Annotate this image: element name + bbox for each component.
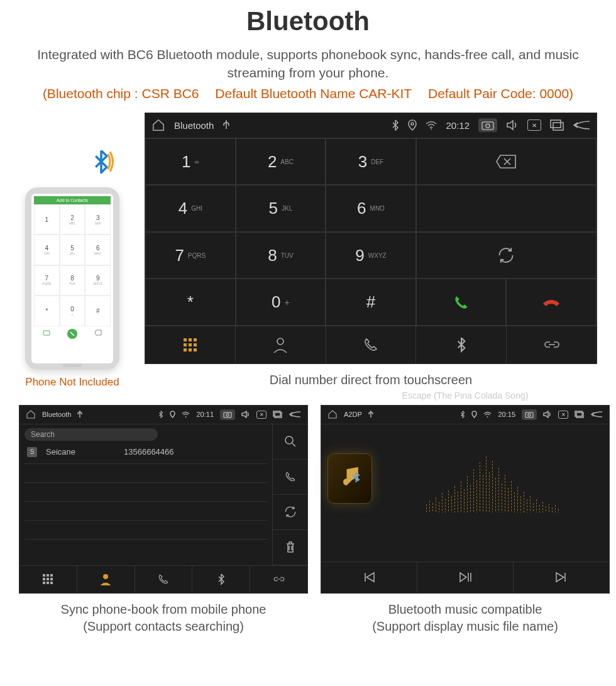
call-button[interactable] — [273, 460, 307, 495]
svg-point-10 — [226, 414, 229, 416]
nav-recent[interactable] — [326, 326, 417, 363]
call-button[interactable] — [416, 279, 507, 326]
empty-row — [25, 464, 267, 483]
status-bar: Bluetooth 20:11 ✕ — [19, 406, 307, 424]
nav-contacts[interactable] — [77, 566, 135, 593]
dial-key-3[interactable]: 3DEF — [326, 138, 416, 185]
visualizer — [382, 456, 603, 512]
album-art — [327, 453, 372, 504]
call-icon — [67, 329, 77, 339]
phone-mockup: Add to Contacts 1 2ABC 3DEF 4GHI 5JKL 6M… — [25, 187, 119, 370]
close-screen-icon[interactable]: ✕ — [558, 411, 568, 419]
svg-rect-5 — [553, 123, 563, 130]
location-icon — [170, 411, 175, 418]
phone-icon — [158, 573, 169, 585]
nav-dialpad[interactable] — [145, 326, 236, 363]
recent-apps-icon[interactable] — [575, 411, 584, 418]
location-icon — [471, 411, 477, 418]
svg-point-8 — [185, 416, 187, 418]
dial-key-4[interactable]: 4GHI — [145, 185, 236, 232]
back-icon[interactable] — [590, 411, 603, 418]
back-icon[interactable] — [289, 411, 301, 418]
link-icon — [543, 338, 561, 351]
dial-key-2[interactable]: 2ABC — [236, 138, 326, 185]
backspace-icon — [94, 329, 102, 336]
empty-row — [25, 483, 267, 502]
previous-icon — [363, 571, 375, 584]
link-icon — [272, 575, 286, 584]
nav-link[interactable] — [507, 326, 597, 363]
screenshot-button[interactable] — [478, 118, 497, 132]
play-pause-button[interactable] — [417, 562, 514, 593]
dial-key-6[interactable]: 6MNO — [326, 185, 416, 232]
volume-icon[interactable] — [506, 119, 519, 131]
svg-rect-3 — [482, 122, 493, 130]
hangup-button[interactable] — [506, 279, 597, 326]
empty-row — [25, 521, 267, 539]
dial-key-star[interactable]: * — [145, 279, 236, 326]
dial-key-7[interactable]: 7PQRS — [145, 232, 236, 279]
screen-title: Bluetooth — [42, 411, 71, 418]
volume-icon[interactable] — [543, 411, 552, 418]
search-button[interactable] — [273, 424, 307, 460]
mini-dialpad: 1 2ABC 3DEF 4GHI 5JKL 6MNO 7PQRS 8TUV 9W… — [34, 204, 111, 326]
home-icon[interactable] — [151, 118, 165, 132]
svg-point-14 — [103, 574, 108, 579]
song-title: Escape (The Pina Colada Song) — [327, 390, 603, 401]
bottom-nav — [19, 565, 307, 593]
dialer-caption: Dial number direct from touchscreen — [145, 372, 597, 389]
dial-key-0[interactable]: 0+ — [236, 279, 326, 326]
backspace-button[interactable] — [416, 138, 597, 185]
sync-button[interactable] — [273, 495, 307, 530]
nav-bluetooth[interactable] — [192, 566, 250, 593]
spec-name: Default Bluetooth Name CAR-KIT — [215, 86, 412, 101]
delete-button[interactable] — [273, 530, 307, 565]
nav-link[interactable] — [250, 566, 307, 593]
player-controls — [321, 562, 609, 593]
svg-rect-0 — [43, 331, 50, 335]
clock: 20:15 — [498, 411, 515, 418]
svg-point-17 — [528, 414, 531, 416]
dial-key-9[interactable]: 9WXYZ — [326, 232, 416, 279]
nav-contacts[interactable] — [236, 326, 326, 363]
nav-recent[interactable] — [135, 566, 193, 593]
wifi-icon — [182, 411, 190, 418]
home-icon[interactable] — [327, 409, 338, 419]
person-icon — [273, 336, 288, 353]
status-bar: Bluetooth 20:12 ✕ — [145, 113, 597, 138]
phone-icon — [285, 471, 296, 482]
screenshot-button[interactable] — [220, 409, 235, 420]
dialpad-icon — [184, 338, 197, 351]
close-screen-icon[interactable]: ✕ — [256, 411, 267, 419]
recent-apps-icon[interactable] — [550, 119, 564, 131]
location-icon — [408, 119, 417, 131]
status-bar: A2DP 20:15 ✕ — [321, 406, 609, 424]
screen-title: Bluetooth — [174, 120, 214, 131]
screenshot-button[interactable] — [522, 409, 537, 420]
svg-point-13 — [285, 436, 293, 444]
svg-point-2 — [431, 128, 432, 130]
volume-icon[interactable] — [241, 411, 250, 418]
nav-bluetooth[interactable] — [416, 326, 507, 363]
recent-apps-icon[interactable] — [273, 411, 282, 418]
home-icon[interactable] — [26, 409, 36, 419]
dialer-screen: Bluetooth 20:12 ✕ 1∞ 2ABC 3DEF 4GHI 5J — [145, 113, 597, 364]
dial-key-8[interactable]: 8TUV — [236, 232, 326, 279]
contact-row[interactable]: S Seicane 13566664466 — [25, 441, 267, 464]
empty-cell — [416, 185, 597, 232]
next-button[interactable] — [514, 562, 609, 593]
back-icon[interactable] — [573, 119, 590, 131]
phone-icon — [363, 337, 378, 352]
search-input[interactable]: Search — [25, 428, 158, 441]
music-note-icon — [336, 465, 364, 492]
usb-icon — [368, 411, 373, 418]
nav-dialpad[interactable] — [19, 566, 77, 593]
dial-key-5[interactable]: 5JKL — [236, 185, 326, 232]
swap-button[interactable] — [416, 232, 597, 279]
tech-specs: (Bluetooth chip : CSR BC6 Default Blueto… — [19, 86, 597, 101]
close-screen-icon[interactable]: ✕ — [527, 119, 541, 131]
page-subtitle: Integrated with BC6 Bluetooth module, su… — [19, 45, 597, 82]
dial-key-hash[interactable]: # — [326, 279, 416, 326]
contact-name: Seicane — [46, 447, 115, 456]
prev-button[interactable] — [321, 562, 417, 593]
